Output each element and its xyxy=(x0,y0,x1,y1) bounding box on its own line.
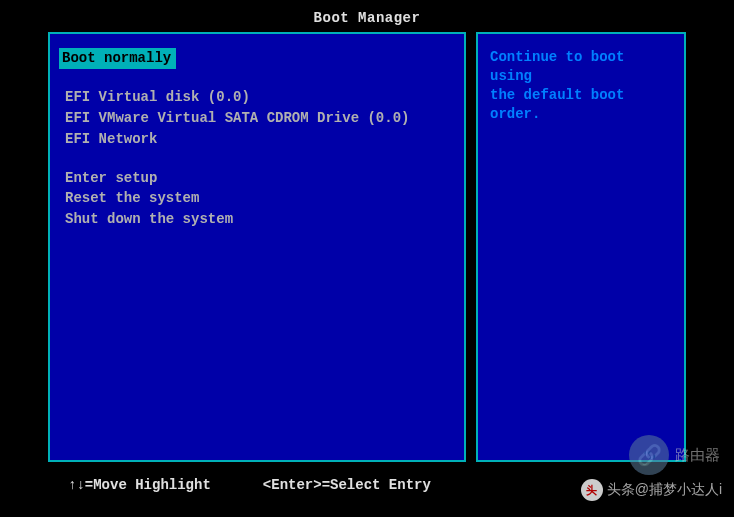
watermark-user: @捕梦小达人i xyxy=(635,481,722,499)
help-text-line: Continue to boot using xyxy=(490,48,672,86)
hint-select: <Enter>=Select Entry xyxy=(263,477,431,493)
menu-item-shutdown[interactable]: Shut down the system xyxy=(62,209,452,230)
watermark-label: 头条 xyxy=(607,481,635,499)
menu-item-enter-setup[interactable]: Enter setup xyxy=(62,168,452,189)
watermark-text: 路由器 xyxy=(675,446,720,465)
hint-move: ↑↓=Move Highlight xyxy=(68,477,211,493)
page-title: Boot Manager xyxy=(0,0,734,32)
toutiao-icon: 头 xyxy=(581,479,603,501)
help-text-line: the default boot order. xyxy=(490,86,672,124)
watermark-toutiao: 头 头条 @捕梦小达人i xyxy=(581,479,722,501)
menu-item-efi-disk[interactable]: EFI Virtual disk (0.0) xyxy=(62,87,452,108)
menu-panel: Boot normally EFI Virtual disk (0.0) EFI… xyxy=(48,32,466,462)
menu-item-efi-network[interactable]: EFI Network xyxy=(62,129,452,150)
menu-item-reset[interactable]: Reset the system xyxy=(62,188,452,209)
menu-item-efi-cdrom[interactable]: EFI VMware Virtual SATA CDROM Drive (0.0… xyxy=(62,108,452,129)
watermark-router: 🔗 路由器 xyxy=(629,435,720,475)
help-panel: Continue to boot using the default boot … xyxy=(476,32,686,462)
main-area: Boot normally EFI Virtual disk (0.0) EFI… xyxy=(0,32,734,462)
menu-item-boot-normally[interactable]: Boot normally xyxy=(59,48,176,69)
link-icon: 🔗 xyxy=(629,435,669,475)
